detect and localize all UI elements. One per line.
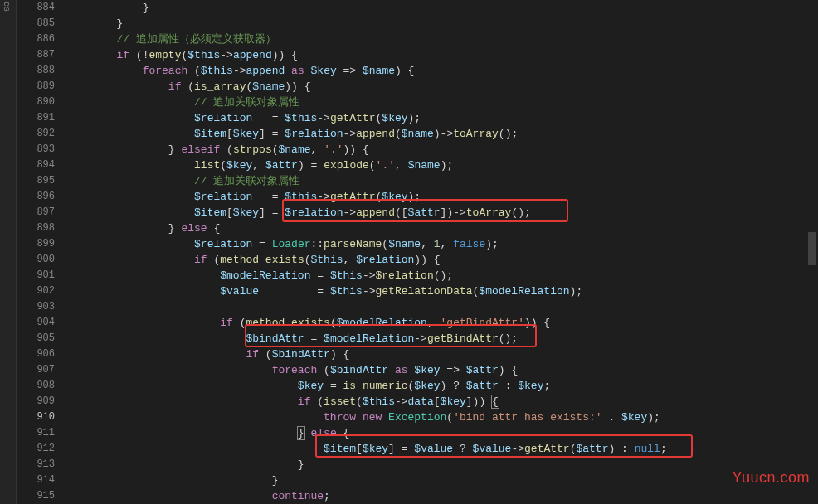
code-line[interactable]: if (method_exists($modelRelation, 'getBi…: [65, 315, 818, 331]
code-line[interactable]: continue;: [65, 488, 818, 504]
line-number: 884: [17, 0, 55, 16]
code-line[interactable]: } elseif (strpos($name, '.')) {: [65, 142, 818, 158]
code-line[interactable]: } else {: [65, 425, 818, 441]
line-number: 888: [17, 63, 55, 79]
line-number: 898: [17, 220, 55, 236]
line-number: 914: [17, 472, 55, 488]
line-number: 897: [17, 205, 55, 220]
code-line[interactable]: $relation = $this->getAttr($key);: [65, 110, 818, 126]
line-number: 903: [17, 299, 55, 315]
code-line[interactable]: } else {: [65, 220, 818, 236]
code-line[interactable]: }: [65, 16, 818, 32]
line-number: 886: [17, 32, 55, 47]
line-number: 910: [17, 410, 55, 425]
code-line[interactable]: list($key, $attr) = explode('.', $name);: [65, 158, 818, 173]
code-line[interactable]: $value = $this->getRelationData($modelRe…: [65, 284, 818, 299]
code-line[interactable]: // 追加关联对象属性: [65, 94, 818, 110]
code-line[interactable]: // 追加关联对象属性: [65, 173, 818, 189]
line-number: 909: [17, 394, 55, 410]
panel-label: es: [0, 0, 12, 13]
line-number: 895: [17, 173, 55, 189]
line-number: 902: [17, 284, 55, 299]
code-area[interactable]: } } // 追加属性（必须定义获取器） if (!empty($this->a…: [65, 0, 818, 504]
code-line[interactable]: throw new Exception('bind attr has exist…: [65, 410, 818, 425]
code-line[interactable]: if (method_exists($this, $relation)) {: [65, 252, 818, 268]
line-number: 894: [17, 158, 55, 173]
scrollbar-thumb[interactable]: [808, 232, 816, 265]
line-number: 899: [17, 236, 55, 252]
code-line[interactable]: if (!empty($this->append)) {: [65, 47, 818, 63]
code-line[interactable]: // 追加属性（必须定义获取器）: [65, 32, 818, 47]
code-line[interactable]: }: [65, 457, 818, 472]
code-line[interactable]: if ($bindAttr) {: [65, 346, 818, 362]
code-line[interactable]: $modelRelation = $this->$relation();: [65, 268, 818, 284]
line-number: 889: [17, 79, 55, 94]
code-line[interactable]: $relation = $this->getAttr($key);: [65, 189, 818, 205]
code-editor[interactable]: es 884 885 886 887 888 889 890 891 892 8…: [0, 0, 818, 504]
watermark: Yuucn.com: [732, 469, 810, 487]
code-line[interactable]: [65, 299, 818, 315]
code-line[interactable]: if (isset($this->data[$key])) {: [65, 394, 818, 410]
code-line[interactable]: }: [65, 0, 818, 16]
line-number: 893: [17, 142, 55, 158]
code-line[interactable]: foreach ($this->append as $key => $name)…: [65, 63, 818, 79]
code-line[interactable]: $key = is_numeric($key) ? $attr : $key;: [65, 378, 818, 394]
line-number: 891: [17, 110, 55, 126]
line-number: 892: [17, 126, 55, 142]
line-number: 911: [17, 425, 55, 441]
line-number: 896: [17, 189, 55, 205]
line-number: 907: [17, 362, 55, 378]
line-number: 900: [17, 252, 55, 268]
line-number: 915: [17, 488, 55, 504]
code-line[interactable]: $item[$key] = $value ? $value->getAttr($…: [65, 441, 818, 457]
line-number: 913: [17, 457, 55, 472]
line-number: 890: [17, 94, 55, 110]
code-line[interactable]: $item[$key] = $relation->append([$attr])…: [65, 205, 818, 220]
line-number: 901: [17, 268, 55, 284]
activity-bar: es: [0, 0, 17, 504]
code-line[interactable]: $item[$key] = $relation->append($name)->…: [65, 126, 818, 142]
line-number: 905: [17, 331, 55, 346]
line-number: 906: [17, 346, 55, 362]
vertical-scrollbar[interactable]: [806, 0, 818, 504]
line-number: 885: [17, 16, 55, 32]
code-line[interactable]: $bindAttr = $modelRelation->getBindAttr(…: [65, 331, 818, 346]
line-number: 908: [17, 378, 55, 394]
code-line[interactable]: }: [65, 472, 818, 488]
code-line[interactable]: foreach ($bindAttr as $key => $attr) {: [65, 362, 818, 378]
code-line[interactable]: $relation = Loader::parseName($name, 1, …: [65, 236, 818, 252]
line-number-gutter: 884 885 886 887 888 889 890 891 892 893 …: [17, 0, 65, 504]
line-number: 887: [17, 47, 55, 63]
line-number: 912: [17, 441, 55, 457]
line-number: 904: [17, 315, 55, 331]
code-line[interactable]: if (is_array($name)) {: [65, 79, 818, 94]
